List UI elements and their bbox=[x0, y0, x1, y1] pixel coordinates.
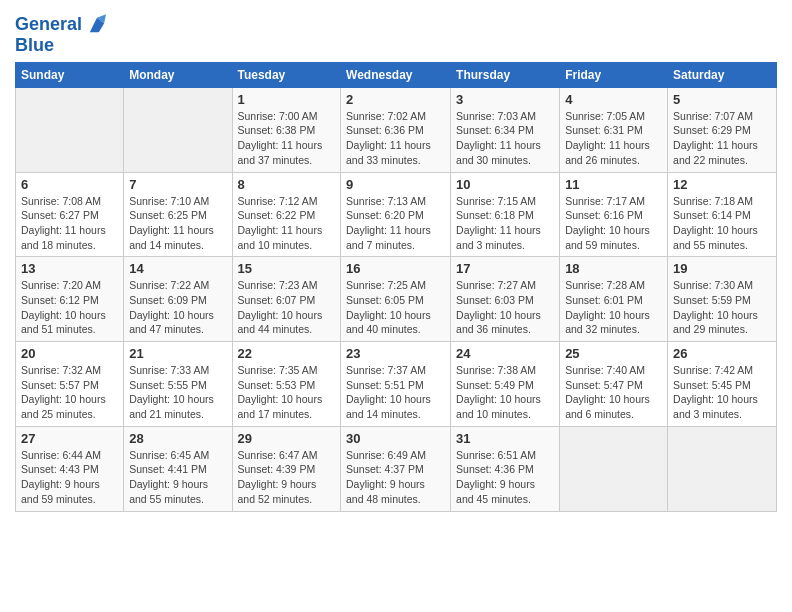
calendar-cell: 15Sunrise: 7:23 AM Sunset: 6:07 PM Dayli… bbox=[232, 257, 341, 342]
calendar-week-row: 27Sunrise: 6:44 AM Sunset: 4:43 PM Dayli… bbox=[16, 426, 777, 511]
calendar-cell: 11Sunrise: 7:17 AM Sunset: 6:16 PM Dayli… bbox=[560, 172, 668, 257]
calendar-cell: 2Sunrise: 7:02 AM Sunset: 6:36 PM Daylig… bbox=[341, 87, 451, 172]
calendar-cell: 13Sunrise: 7:20 AM Sunset: 6:12 PM Dayli… bbox=[16, 257, 124, 342]
weekday-header-sunday: Sunday bbox=[16, 62, 124, 87]
day-number: 2 bbox=[346, 92, 445, 107]
day-number: 22 bbox=[238, 346, 336, 361]
day-info: Sunrise: 7:33 AM Sunset: 5:55 PM Dayligh… bbox=[129, 363, 226, 422]
day-info: Sunrise: 7:17 AM Sunset: 6:16 PM Dayligh… bbox=[565, 194, 662, 253]
calendar-cell: 14Sunrise: 7:22 AM Sunset: 6:09 PM Dayli… bbox=[124, 257, 232, 342]
calendar-cell: 30Sunrise: 6:49 AM Sunset: 4:37 PM Dayli… bbox=[341, 426, 451, 511]
day-info: Sunrise: 7:00 AM Sunset: 6:38 PM Dayligh… bbox=[238, 109, 336, 168]
day-info: Sunrise: 7:10 AM Sunset: 6:25 PM Dayligh… bbox=[129, 194, 226, 253]
day-info: Sunrise: 7:13 AM Sunset: 6:20 PM Dayligh… bbox=[346, 194, 445, 253]
calendar-week-row: 13Sunrise: 7:20 AM Sunset: 6:12 PM Dayli… bbox=[16, 257, 777, 342]
calendar-cell bbox=[124, 87, 232, 172]
logo-text: General Blue bbox=[15, 14, 106, 56]
calendar-cell: 22Sunrise: 7:35 AM Sunset: 5:53 PM Dayli… bbox=[232, 342, 341, 427]
day-info: Sunrise: 6:51 AM Sunset: 4:36 PM Dayligh… bbox=[456, 448, 554, 507]
day-number: 31 bbox=[456, 431, 554, 446]
weekday-header-saturday: Saturday bbox=[668, 62, 777, 87]
calendar-cell: 28Sunrise: 6:45 AM Sunset: 4:41 PM Dayli… bbox=[124, 426, 232, 511]
calendar-cell: 16Sunrise: 7:25 AM Sunset: 6:05 PM Dayli… bbox=[341, 257, 451, 342]
calendar-cell: 25Sunrise: 7:40 AM Sunset: 5:47 PM Dayli… bbox=[560, 342, 668, 427]
day-number: 19 bbox=[673, 261, 771, 276]
calendar-week-row: 1Sunrise: 7:00 AM Sunset: 6:38 PM Daylig… bbox=[16, 87, 777, 172]
day-info: Sunrise: 7:05 AM Sunset: 6:31 PM Dayligh… bbox=[565, 109, 662, 168]
logo-blue: Blue bbox=[15, 35, 54, 55]
day-info: Sunrise: 7:40 AM Sunset: 5:47 PM Dayligh… bbox=[565, 363, 662, 422]
day-number: 28 bbox=[129, 431, 226, 446]
day-number: 6 bbox=[21, 177, 118, 192]
day-number: 17 bbox=[456, 261, 554, 276]
calendar-cell: 5Sunrise: 7:07 AM Sunset: 6:29 PM Daylig… bbox=[668, 87, 777, 172]
day-info: Sunrise: 7:22 AM Sunset: 6:09 PM Dayligh… bbox=[129, 278, 226, 337]
day-info: Sunrise: 6:47 AM Sunset: 4:39 PM Dayligh… bbox=[238, 448, 336, 507]
calendar-cell bbox=[560, 426, 668, 511]
day-info: Sunrise: 7:25 AM Sunset: 6:05 PM Dayligh… bbox=[346, 278, 445, 337]
day-info: Sunrise: 7:23 AM Sunset: 6:07 PM Dayligh… bbox=[238, 278, 336, 337]
day-info: Sunrise: 7:37 AM Sunset: 5:51 PM Dayligh… bbox=[346, 363, 445, 422]
calendar-cell: 27Sunrise: 6:44 AM Sunset: 4:43 PM Dayli… bbox=[16, 426, 124, 511]
weekday-header-friday: Friday bbox=[560, 62, 668, 87]
calendar-week-row: 20Sunrise: 7:32 AM Sunset: 5:57 PM Dayli… bbox=[16, 342, 777, 427]
calendar-cell: 26Sunrise: 7:42 AM Sunset: 5:45 PM Dayli… bbox=[668, 342, 777, 427]
day-number: 18 bbox=[565, 261, 662, 276]
calendar-header-row: SundayMondayTuesdayWednesdayThursdayFrid… bbox=[16, 62, 777, 87]
calendar-cell: 17Sunrise: 7:27 AM Sunset: 6:03 PM Dayli… bbox=[451, 257, 560, 342]
calendar-cell bbox=[16, 87, 124, 172]
calendar-cell: 10Sunrise: 7:15 AM Sunset: 6:18 PM Dayli… bbox=[451, 172, 560, 257]
day-info: Sunrise: 7:12 AM Sunset: 6:22 PM Dayligh… bbox=[238, 194, 336, 253]
day-number: 15 bbox=[238, 261, 336, 276]
day-number: 13 bbox=[21, 261, 118, 276]
day-number: 29 bbox=[238, 431, 336, 446]
day-info: Sunrise: 7:27 AM Sunset: 6:03 PM Dayligh… bbox=[456, 278, 554, 337]
day-number: 12 bbox=[673, 177, 771, 192]
weekday-header-tuesday: Tuesday bbox=[232, 62, 341, 87]
day-number: 11 bbox=[565, 177, 662, 192]
day-info: Sunrise: 6:49 AM Sunset: 4:37 PM Dayligh… bbox=[346, 448, 445, 507]
logo-bird-icon bbox=[88, 14, 106, 36]
calendar-cell: 4Sunrise: 7:05 AM Sunset: 6:31 PM Daylig… bbox=[560, 87, 668, 172]
weekday-header-monday: Monday bbox=[124, 62, 232, 87]
page-header: General Blue bbox=[15, 10, 777, 56]
day-number: 10 bbox=[456, 177, 554, 192]
calendar-cell: 31Sunrise: 6:51 AM Sunset: 4:36 PM Dayli… bbox=[451, 426, 560, 511]
day-number: 24 bbox=[456, 346, 554, 361]
day-number: 5 bbox=[673, 92, 771, 107]
day-info: Sunrise: 7:42 AM Sunset: 5:45 PM Dayligh… bbox=[673, 363, 771, 422]
calendar-cell: 18Sunrise: 7:28 AM Sunset: 6:01 PM Dayli… bbox=[560, 257, 668, 342]
day-info: Sunrise: 7:18 AM Sunset: 6:14 PM Dayligh… bbox=[673, 194, 771, 253]
day-info: Sunrise: 7:20 AM Sunset: 6:12 PM Dayligh… bbox=[21, 278, 118, 337]
day-info: Sunrise: 7:08 AM Sunset: 6:27 PM Dayligh… bbox=[21, 194, 118, 253]
calendar-table: SundayMondayTuesdayWednesdayThursdayFrid… bbox=[15, 62, 777, 512]
day-number: 16 bbox=[346, 261, 445, 276]
day-info: Sunrise: 7:15 AM Sunset: 6:18 PM Dayligh… bbox=[456, 194, 554, 253]
day-number: 21 bbox=[129, 346, 226, 361]
calendar-cell: 3Sunrise: 7:03 AM Sunset: 6:34 PM Daylig… bbox=[451, 87, 560, 172]
calendar-cell: 6Sunrise: 7:08 AM Sunset: 6:27 PM Daylig… bbox=[16, 172, 124, 257]
day-info: Sunrise: 6:44 AM Sunset: 4:43 PM Dayligh… bbox=[21, 448, 118, 507]
calendar-cell: 12Sunrise: 7:18 AM Sunset: 6:14 PM Dayli… bbox=[668, 172, 777, 257]
calendar-week-row: 6Sunrise: 7:08 AM Sunset: 6:27 PM Daylig… bbox=[16, 172, 777, 257]
day-number: 26 bbox=[673, 346, 771, 361]
day-number: 4 bbox=[565, 92, 662, 107]
day-info: Sunrise: 7:02 AM Sunset: 6:36 PM Dayligh… bbox=[346, 109, 445, 168]
calendar-cell: 9Sunrise: 7:13 AM Sunset: 6:20 PM Daylig… bbox=[341, 172, 451, 257]
calendar-cell: 21Sunrise: 7:33 AM Sunset: 5:55 PM Dayli… bbox=[124, 342, 232, 427]
day-info: Sunrise: 7:30 AM Sunset: 5:59 PM Dayligh… bbox=[673, 278, 771, 337]
weekday-header-thursday: Thursday bbox=[451, 62, 560, 87]
calendar-cell bbox=[668, 426, 777, 511]
day-number: 25 bbox=[565, 346, 662, 361]
day-number: 1 bbox=[238, 92, 336, 107]
logo: General Blue bbox=[15, 14, 106, 56]
day-info: Sunrise: 7:03 AM Sunset: 6:34 PM Dayligh… bbox=[456, 109, 554, 168]
calendar-cell: 7Sunrise: 7:10 AM Sunset: 6:25 PM Daylig… bbox=[124, 172, 232, 257]
calendar-cell: 1Sunrise: 7:00 AM Sunset: 6:38 PM Daylig… bbox=[232, 87, 341, 172]
day-info: Sunrise: 6:45 AM Sunset: 4:41 PM Dayligh… bbox=[129, 448, 226, 507]
day-info: Sunrise: 7:07 AM Sunset: 6:29 PM Dayligh… bbox=[673, 109, 771, 168]
calendar-cell: 19Sunrise: 7:30 AM Sunset: 5:59 PM Dayli… bbox=[668, 257, 777, 342]
calendar-cell: 24Sunrise: 7:38 AM Sunset: 5:49 PM Dayli… bbox=[451, 342, 560, 427]
day-number: 23 bbox=[346, 346, 445, 361]
calendar-cell: 8Sunrise: 7:12 AM Sunset: 6:22 PM Daylig… bbox=[232, 172, 341, 257]
